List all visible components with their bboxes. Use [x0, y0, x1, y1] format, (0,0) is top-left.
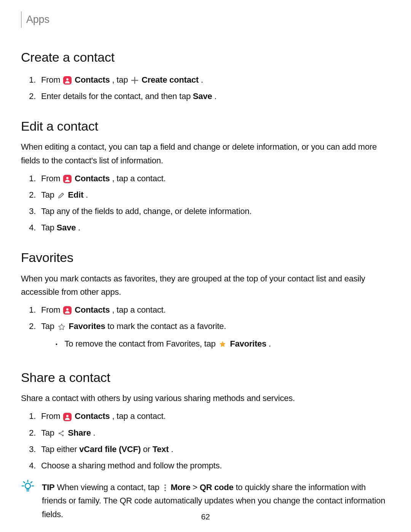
list-item: From Contacts , tap a contact. — [38, 408, 390, 424]
svg-point-7 — [66, 415, 68, 417]
list-item: Tap Favorites to mark the contact as a f… — [38, 318, 390, 355]
list-item: Tap either vCard file (VCF) or Text . — [38, 441, 390, 457]
list-item: Tap Share . — [38, 425, 390, 441]
contacts-icon — [63, 306, 72, 315]
text: . — [201, 75, 203, 85]
share-description: Share a contact with others by using var… — [21, 391, 390, 405]
create-contact-label: Create contact — [142, 75, 199, 85]
vcard-label: vCard file (VCF) — [79, 444, 141, 454]
share-icon — [57, 430, 65, 437]
text: . — [86, 190, 88, 200]
save-label: Save — [193, 91, 212, 101]
text: Tap either — [41, 444, 79, 454]
svg-point-5 — [66, 308, 68, 311]
list-item: Tap Save . — [38, 219, 390, 236]
text: . — [78, 223, 80, 232]
text: , tap a contact. — [112, 174, 166, 183]
svg-point-9 — [62, 430, 64, 432]
contacts-label: Contacts — [75, 75, 110, 85]
contacts-icon — [63, 175, 72, 183]
list-share: From Contacts , tap a contact. Tap Share… — [21, 408, 390, 474]
text: Tap — [41, 428, 57, 438]
list-item: Choose a sharing method and follow the p… — [38, 457, 390, 474]
heading-create-contact: Create a contact — [21, 47, 390, 67]
contacts-icon — [63, 76, 72, 85]
text: , tap — [112, 75, 131, 85]
favorites-description: When you mark contacts as favorites, the… — [21, 272, 390, 299]
contacts-label: Contacts — [75, 411, 110, 421]
tip-label: TIP — [42, 482, 55, 492]
contacts-label: Contacts — [75, 305, 110, 315]
list-item: From Contacts , tap a contact. — [38, 302, 390, 318]
text: . — [269, 339, 271, 348]
list-edit: From Contacts , tap a contact. Tap Edit … — [21, 170, 390, 236]
heading-edit-contact: Edit a contact — [21, 116, 390, 136]
edit-description: When editing a contact, you can tap a fi… — [21, 140, 390, 167]
list-favorites: From Contacts , tap a contact. Tap Favor… — [21, 302, 390, 356]
more-label: More — [171, 482, 191, 492]
svg-point-13 — [164, 487, 166, 489]
heading-share-contact: Share a contact — [21, 367, 390, 388]
plus-icon — [131, 77, 139, 84]
text: , tap a contact. — [112, 411, 166, 421]
favorites-label: Favorites — [69, 321, 105, 331]
text: Tap — [41, 190, 57, 200]
list-item: From Contacts , tap a contact. — [38, 170, 390, 187]
edit-icon — [57, 192, 65, 199]
list-item: To remove the contact from Favorites, ta… — [53, 335, 390, 352]
svg-point-11 — [25, 483, 30, 489]
favorites-label: Favorites — [230, 339, 266, 348]
text: To remove the contact from Favorites, ta… — [65, 339, 218, 348]
text: Tap — [41, 321, 57, 331]
text: From — [41, 75, 62, 85]
more-icon — [162, 484, 168, 492]
text-label: Text — [153, 444, 169, 454]
sublist: To remove the contact from Favorites, ta… — [41, 335, 390, 352]
contacts-label: Contacts — [75, 174, 110, 183]
save-label: Save — [57, 223, 76, 232]
list-item: Tap Edit . — [38, 187, 390, 203]
svg-point-14 — [164, 490, 166, 491]
list-item: Enter details for the contact, and then … — [38, 88, 390, 104]
heading-favorites: Favorites — [21, 247, 390, 268]
qr-code-label: QR code — [200, 482, 234, 492]
list-item: Tap any of the fields to add, change, or… — [38, 203, 390, 219]
svg-point-10 — [62, 435, 64, 436]
share-label: Share — [68, 428, 91, 438]
tip-bulb-icon — [21, 480, 35, 497]
contacts-icon — [63, 413, 72, 421]
text: From — [41, 411, 62, 421]
text: Enter details for the contact, and then … — [41, 91, 193, 101]
edit-label: Edit — [68, 190, 84, 200]
star-outline-icon — [57, 323, 66, 331]
list-item: From Contacts , tap Create contact . — [38, 72, 390, 88]
page-number: 62 — [0, 510, 411, 523]
text: . — [214, 91, 217, 101]
text: Tap — [41, 223, 57, 232]
text: When viewing a contact, tap — [57, 482, 161, 492]
svg-point-1 — [66, 78, 68, 80]
text: From — [41, 305, 62, 315]
page-header: Apps — [21, 11, 390, 28]
text: From — [41, 174, 62, 183]
star-filled-icon — [218, 340, 227, 348]
text: . — [93, 428, 96, 438]
text: . — [171, 444, 173, 454]
text: , tap a contact. — [112, 305, 166, 315]
text: or — [143, 444, 153, 454]
list-create: From Contacts , tap Create contact . Ent… — [21, 72, 390, 104]
text: > — [193, 482, 200, 492]
svg-point-3 — [66, 177, 68, 179]
text: to mark the contact as a favorite. — [107, 321, 226, 331]
svg-point-12 — [164, 484, 166, 486]
